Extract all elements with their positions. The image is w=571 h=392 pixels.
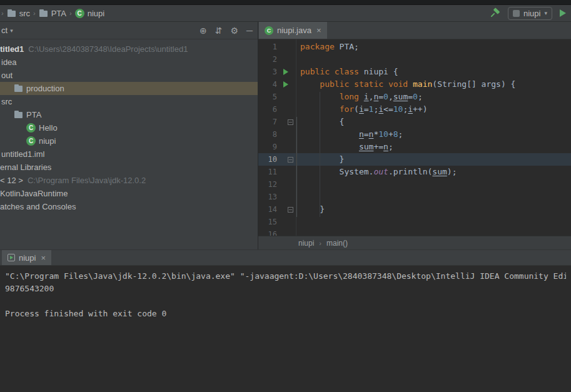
breadcrumb-label: niupi	[88, 9, 104, 18]
code-line-1[interactable]: 1package PTA;	[258, 41, 571, 53]
breadcrumb-separator-icon: ›	[33, 9, 36, 17]
code-line-6[interactable]: 6 for(i=1;i<=10;i++)	[258, 103, 571, 116]
chevron-down-icon: ▾	[10, 28, 13, 34]
gutter-marker-zone	[277, 78, 295, 91]
tree-item-label: titled1	[0, 44, 24, 54]
editor-gutter: 8	[258, 128, 296, 141]
tree-item-hello[interactable]: CHello	[0, 121, 258, 134]
project-panel-header: ct ▾ ⊕⇵⚙─	[0, 22, 258, 39]
tree-item-path: C:\Program Files\Java\jdk-12.0.2	[28, 176, 146, 185]
code-line-10[interactable]: 10 }	[258, 153, 571, 166]
code-text: }	[300, 203, 325, 216]
gutter-marker-zone	[277, 66, 295, 78]
project-panel-toolbar: ⊕⇵⚙─	[200, 26, 253, 35]
tree-item-kotlinjavaruntime[interactable]: KotlinJavaRuntime	[0, 187, 258, 200]
editor-gutter: 13	[258, 191, 296, 203]
class-icon: C	[26, 136, 36, 146]
run-config-select[interactable]: niupi ▾	[508, 7, 552, 20]
intellij-idea-window: ›src›PTA›Cniupi niupi ▾ ct ▾ ⊕⇵⚙─ titled…	[0, 0, 571, 392]
gutter-marker-zone	[277, 103, 295, 116]
editor-gutter: 11	[258, 166, 296, 178]
code-line-13[interactable]: 13	[258, 191, 571, 203]
editor-breadcrumb-main[interactable]: main()	[326, 239, 348, 248]
fold-icon[interactable]	[288, 119, 293, 125]
hide-icon[interactable]: ─	[246, 26, 253, 35]
gutter-marker-zone	[277, 116, 295, 128]
code-line-14[interactable]: 14 }	[258, 203, 571, 216]
tree-item-titled1[interactable]: titled1C:\Users\2840387348\IdeaProjects\…	[0, 43, 258, 56]
build-project-icon[interactable]	[490, 8, 500, 18]
breadcrumb-item-pta[interactable]: PTA	[39, 9, 66, 18]
folder-icon	[39, 9, 48, 18]
tree-item-label: idea	[1, 58, 17, 67]
line-number: 6	[258, 103, 277, 116]
breadcrumb-separator-icon: ›	[319, 239, 321, 247]
editor-breadcrumb-niupi[interactable]: niupi	[298, 239, 314, 248]
tree-item-untitled1-iml[interactable]: untitled1.iml	[0, 148, 258, 161]
breadcrumb-item-niupi[interactable]: Cniupi	[75, 9, 104, 18]
tree-item-ernal-libraries[interactable]: ernal Libraries	[0, 161, 258, 174]
navbar-actions: niupi ▾	[490, 7, 566, 20]
tree-item-idea[interactable]: idea	[0, 56, 258, 69]
editor-tab-niupi-java[interactable]: C niupi.java ×	[259, 22, 327, 39]
line-number: 2	[258, 53, 277, 66]
code-text: long i,n=0,sum=0;	[300, 91, 423, 103]
project-tool-window: ct ▾ ⊕⇵⚙─ titled1C:\Users\2840387348\Ide…	[0, 22, 258, 249]
locate-icon[interactable]: ⊕	[200, 26, 207, 35]
run-button[interactable]	[560, 9, 566, 17]
code-text: n=n*10+8;	[300, 128, 403, 141]
console-line-4: Process finished with exit code 0	[5, 308, 566, 320]
main-split: ct ▾ ⊕⇵⚙─ titled1C:\Users\2840387348\Ide…	[0, 22, 571, 249]
code-text: public class niupi {	[300, 66, 398, 78]
tree-item-production[interactable]: production	[0, 82, 258, 95]
editor-gutter: 5	[258, 91, 296, 103]
collapse-all-icon[interactable]: ⇵	[215, 26, 223, 35]
line-number: 11	[258, 166, 277, 178]
fold-icon[interactable]	[288, 157, 293, 163]
editor-gutter: 12	[258, 178, 296, 191]
line-number: 10	[258, 153, 277, 166]
code-line-15[interactable]: 15	[258, 216, 571, 228]
close-tab-icon[interactable]: ×	[316, 26, 321, 35]
editor-gutter: 1	[258, 41, 296, 53]
gutter-marker-zone	[277, 191, 295, 203]
tree-item-atches-and-consoles[interactable]: atches and Consoles	[0, 200, 258, 213]
console-line-1: "C:\Program Files\Java\jdk-12.0.2\bin\ja…	[5, 270, 566, 283]
code-line-9[interactable]: 9 sum+=n;	[258, 141, 571, 153]
code-line-12[interactable]: 12	[258, 178, 571, 191]
settings-icon[interactable]: ⚙	[231, 26, 239, 35]
console-line-3	[5, 295, 566, 308]
code-line-2[interactable]: 2	[258, 53, 571, 66]
tree-item-src[interactable]: src	[0, 95, 258, 108]
tree-item-12[interactable]: < 12 >C:\Program Files\Java\jdk-12.0.2	[0, 174, 258, 187]
code-line-11[interactable]: 11 System.out.println(sum);	[258, 166, 571, 178]
editor-gutter: 14	[258, 203, 296, 216]
project-view-selector[interactable]: ct ▾	[1, 26, 13, 35]
editor-gutter: 7	[258, 116, 296, 128]
code-line-7[interactable]: 7 {	[258, 116, 571, 128]
breadcrumb-item-src[interactable]: src	[7, 9, 30, 18]
code-line-3[interactable]: 3public class niupi {	[258, 66, 571, 78]
line-number: 8	[258, 128, 277, 141]
fold-icon[interactable]	[288, 207, 293, 213]
run-line-icon[interactable]	[283, 81, 288, 88]
code-line-8[interactable]: 8 n=n*10+8;	[258, 128, 571, 141]
code-line-5[interactable]: 5 long i,n=0,sum=0;	[258, 91, 571, 103]
editor-tab-label: niupi.java	[277, 26, 311, 35]
gutter-marker-zone	[277, 203, 295, 216]
run-config-icon	[513, 10, 520, 17]
run-config-label: niupi	[523, 9, 540, 18]
tree-item-niupi[interactable]: Cniupi	[0, 134, 258, 148]
tree-item-out[interactable]: out	[0, 69, 258, 82]
tree-item-pta[interactable]: PTA	[0, 108, 258, 121]
code-line-16[interactable]: 16	[258, 228, 571, 236]
code-text: {	[300, 116, 344, 128]
class-icon: C	[265, 26, 273, 35]
console-tab-niupi[interactable]: niupi ×	[2, 250, 51, 265]
code-line-4[interactable]: 4 public static void main(String[] args)…	[258, 78, 571, 91]
run-line-icon[interactable]	[283, 69, 288, 75]
code-editor[interactable]: 1package PTA;23public class niupi {4 pub…	[258, 39, 571, 236]
console-tab-bar: niupi ×	[0, 250, 571, 266]
tree-item-label: PTA	[26, 110, 41, 119]
close-console-tab-icon[interactable]: ×	[41, 253, 46, 263]
